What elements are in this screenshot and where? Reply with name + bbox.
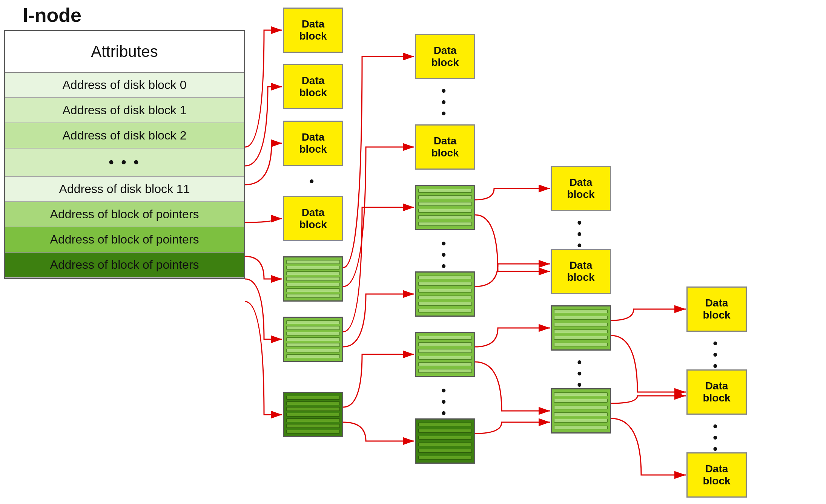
ptr-line (418, 309, 472, 313)
ptr-line (554, 329, 608, 333)
dots-single-3: • (441, 106, 447, 121)
ptr-line (418, 349, 472, 353)
ptr-line (286, 430, 340, 434)
ptr-line (554, 399, 608, 403)
ptr-line (554, 323, 608, 326)
ptr-line (418, 429, 472, 433)
data-block-double-top: Datablock (551, 166, 611, 211)
ptr-line (554, 336, 608, 340)
ptr-line (418, 222, 472, 226)
ptr-line (286, 288, 340, 292)
inode-row-ptr2: Address of block of pointers (5, 227, 244, 253)
ptr-line (554, 392, 608, 396)
ptr-line (418, 356, 472, 360)
ptr-line (286, 407, 340, 411)
ptr-line (418, 449, 472, 453)
ptr-block-double-l1 (283, 317, 343, 362)
ptr-line (286, 326, 340, 330)
data-block-direct-1: Datablock (283, 8, 343, 53)
inode-attributes: Attributes (5, 31, 244, 73)
ptr-line (286, 271, 340, 275)
ptr-line (286, 337, 340, 341)
inode-row-ptr1: Address of block of pointers (5, 202, 244, 227)
ptr-line (554, 412, 608, 416)
ptr-line (554, 309, 608, 313)
ptr-line (418, 342, 472, 346)
ptr-line (286, 396, 340, 400)
ptr-line (286, 260, 340, 264)
ptr-line (418, 362, 472, 366)
ptr-line (418, 282, 472, 286)
ptr-line (286, 413, 340, 417)
ptr-line (286, 332, 340, 335)
ptr-block-triple-l3-top (551, 305, 611, 351)
ptr-line (286, 294, 340, 298)
data-block-double-top-bot: Datablock (551, 249, 611, 294)
ptr-line (554, 406, 608, 409)
inode-row-1: Address of disk block 1 (5, 98, 244, 123)
ptr-line (286, 401, 340, 405)
data-block-triple-top: Datablock (686, 286, 747, 332)
data-block-direct-2: Datablock (283, 64, 343, 109)
ptr-line (418, 195, 472, 199)
ptr-line (286, 320, 340, 324)
ptr-block-single (283, 256, 343, 302)
data-block-single-top: Datablock (415, 34, 475, 79)
inode-row-11: Address of disk block 11 (5, 177, 244, 202)
data-block-triple-mid: Datablock (686, 369, 747, 415)
ptr-line (418, 296, 472, 299)
ptr-line (554, 343, 608, 346)
inode-row-2: Address of disk block 2 (5, 123, 244, 149)
ptr-line (418, 436, 472, 440)
data-block-direct-11: Datablock (283, 196, 343, 241)
inode-box: Attributes Address of disk block 0 Addre… (4, 30, 245, 279)
ptr-line (418, 215, 472, 219)
ptr-line (286, 424, 340, 428)
ptr-line (418, 189, 472, 193)
data-block-single-bot: Datablock (415, 124, 475, 170)
ptr-block-triple-l3-bot (551, 388, 611, 434)
ptr-line (418, 209, 472, 213)
ptr-block-triple-l1 (283, 392, 343, 437)
ptr-line (286, 354, 340, 358)
ptr-line (418, 276, 472, 279)
ptr-line (418, 289, 472, 293)
ptr-line (418, 302, 472, 306)
ptr-block-triple-l2-top (415, 332, 475, 377)
ptr-line (418, 202, 472, 206)
inode-title: I-node (23, 4, 81, 26)
ptr-line (418, 369, 472, 373)
ptr-line (554, 419, 608, 423)
dots-direct: • (309, 173, 315, 189)
ptr-line (286, 349, 340, 352)
ptr-block-double-l2-bot (415, 271, 475, 317)
ptr-line (286, 277, 340, 281)
ptr-line (418, 443, 472, 446)
ptr-line (554, 316, 608, 320)
inode-row-ptr3: Address of block of pointers (5, 253, 244, 278)
ptr-block-double-l2-top (415, 185, 475, 230)
inode-row-dots: • • • (5, 149, 244, 177)
ptr-line (418, 423, 472, 426)
ptr-line (286, 418, 340, 422)
ptr-line (418, 336, 472, 340)
ptr-line (554, 426, 608, 429)
ptr-line (418, 456, 472, 460)
data-block-direct-3: Datablock (283, 121, 343, 166)
ptr-line (286, 266, 340, 270)
ptr-block-triple-l2-bot (415, 418, 475, 464)
data-block-triple-bot: Datablock (686, 452, 747, 498)
ptr-line (286, 343, 340, 347)
inode-row-0: Address of disk block 0 (5, 73, 244, 98)
ptr-line (286, 283, 340, 286)
